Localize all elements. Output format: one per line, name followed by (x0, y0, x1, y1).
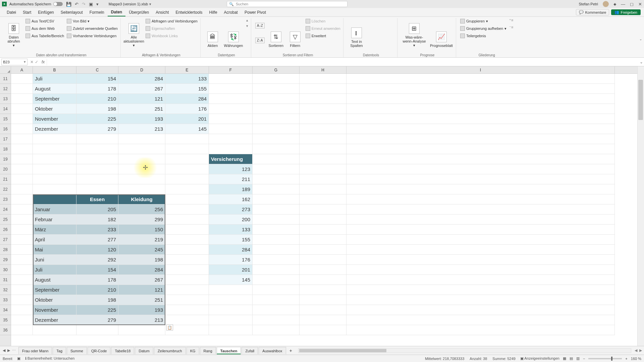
zoom-knob[interactable] (611, 357, 612, 361)
cell[interactable] (209, 285, 253, 295)
cell[interactable]: 213 (118, 315, 165, 325)
cell[interactable] (346, 114, 615, 124)
cell[interactable]: 256 (118, 204, 165, 215)
row-header-30[interactable]: 30 (0, 265, 11, 275)
cell[interactable] (33, 164, 76, 174)
cell[interactable]: Januar (33, 204, 76, 215)
cell[interactable]: 162 (209, 194, 253, 204)
row-header-29[interactable]: 29 (0, 255, 11, 265)
cell[interactable]: 267 (118, 84, 165, 94)
cell[interactable] (253, 74, 300, 84)
row-header-36[interactable]: 36 (0, 325, 11, 335)
row-header-35[interactable]: 35 (0, 315, 11, 325)
from-table-button[interactable]: Aus Tabelle/Bereich (25, 33, 64, 39)
cell[interactable]: 279 (76, 124, 118, 134)
cell[interactable]: März (33, 225, 76, 235)
cell[interactable] (11, 285, 33, 295)
cell[interactable] (300, 104, 346, 114)
cell[interactable]: 198 (76, 104, 118, 114)
cell[interactable] (11, 235, 33, 245)
cell[interactable] (253, 285, 300, 295)
row-header-32[interactable]: 32 (0, 285, 11, 295)
cell[interactable] (165, 295, 209, 305)
cell[interactable]: 213 (118, 124, 165, 134)
maximize-icon[interactable]: ◻ (630, 2, 634, 7)
row-header-14[interactable]: 14 (0, 104, 11, 114)
hide-detail-icon[interactable]: ⁻≡ (509, 25, 513, 29)
col-header-D[interactable]: D (118, 66, 165, 73)
tab-entwicklertools[interactable]: Entwicklertools (172, 8, 206, 16)
add-sheet-button[interactable]: + (287, 348, 295, 353)
cell[interactable]: Februar (33, 215, 76, 225)
col-header-G[interactable]: G (253, 66, 300, 73)
cell[interactable] (300, 275, 346, 285)
cell[interactable] (346, 255, 615, 265)
zoom-out-icon[interactable]: − (583, 357, 585, 361)
cell[interactable] (165, 225, 209, 235)
tab-formeln[interactable]: Formeln (86, 8, 108, 16)
cell[interactable] (346, 134, 615, 144)
manage-model-icon[interactable] (387, 27, 394, 35)
cell[interactable]: 205 (76, 204, 118, 215)
cell[interactable]: 277 (76, 235, 118, 245)
cell[interactable] (165, 134, 209, 144)
cell[interactable] (11, 315, 33, 325)
tab-daten[interactable]: Daten (108, 8, 125, 16)
cell[interactable] (11, 325, 33, 335)
cell[interactable] (165, 235, 209, 245)
save-icon[interactable]: 💾 (66, 2, 71, 7)
cell[interactable] (11, 154, 33, 164)
cell[interactable] (33, 325, 76, 335)
cell[interactable]: 120 (76, 245, 118, 255)
cell[interactable]: November (33, 114, 76, 124)
cell[interactable] (165, 255, 209, 265)
cell[interactable] (11, 84, 33, 94)
cell[interactable] (209, 124, 253, 134)
cell[interactable] (209, 94, 253, 104)
sort-desc-icon[interactable]: Z↓A (255, 38, 265, 43)
tab-seitenlayout[interactable]: Seitenlayout (57, 8, 86, 16)
cell[interactable] (165, 305, 209, 315)
from-image-button[interactable]: Von Bild ▾ (67, 18, 118, 24)
cell[interactable] (300, 204, 346, 215)
cell[interactable] (253, 265, 300, 275)
cell[interactable] (346, 245, 615, 255)
recent-sources-button[interactable]: Zuletzt verwendete Quellen (67, 25, 118, 32)
cell[interactable] (346, 104, 615, 114)
col-header-C[interactable]: C (76, 66, 118, 73)
col-header-A[interactable]: A (11, 66, 33, 73)
tab-datei[interactable]: Datei (3, 8, 19, 16)
cell[interactable]: 299 (118, 215, 165, 225)
cell[interactable] (76, 144, 118, 154)
cell[interactable]: 225 (76, 114, 118, 124)
filter-button[interactable]: ▽Filtern (287, 18, 303, 48)
row-header-11[interactable]: 11 (0, 74, 11, 84)
cell[interactable] (118, 325, 165, 335)
cell[interactable] (165, 164, 209, 174)
sheet-tab-rang[interactable]: Rang (200, 347, 216, 354)
cell[interactable] (118, 154, 165, 164)
cell[interactable] (76, 184, 118, 194)
row-header-28[interactable]: 28 (0, 245, 11, 255)
col-header-B[interactable]: B (33, 66, 76, 73)
chevron-up-icon[interactable]: ▴ (246, 18, 248, 22)
chevron-down-icon[interactable]: ▾ (246, 24, 248, 28)
cell[interactable] (165, 174, 209, 184)
cell[interactable] (300, 144, 346, 154)
view-pagebreak-icon[interactable]: ▥ (576, 356, 580, 361)
cell[interactable] (11, 245, 33, 255)
view-layout-icon[interactable]: ▤ (570, 356, 573, 361)
cell[interactable] (165, 144, 209, 154)
row-header-33[interactable]: 33 (0, 295, 11, 305)
cancel-formula-icon[interactable]: ✕ (30, 60, 34, 64)
cell[interactable] (253, 94, 300, 104)
cell[interactable] (300, 265, 346, 275)
cells-area[interactable]: Juli154284133August178267155September210… (11, 74, 637, 346)
cell[interactable]: Kleidung (118, 194, 165, 204)
tab-ansicht[interactable]: Ansicht (152, 8, 172, 16)
sheet-tab-kg[interactable]: KG (186, 347, 199, 354)
cell[interactable] (76, 154, 118, 164)
data-validation-icon[interactable] (368, 27, 376, 35)
cell[interactable] (346, 154, 615, 164)
cell[interactable]: 267 (118, 275, 165, 285)
